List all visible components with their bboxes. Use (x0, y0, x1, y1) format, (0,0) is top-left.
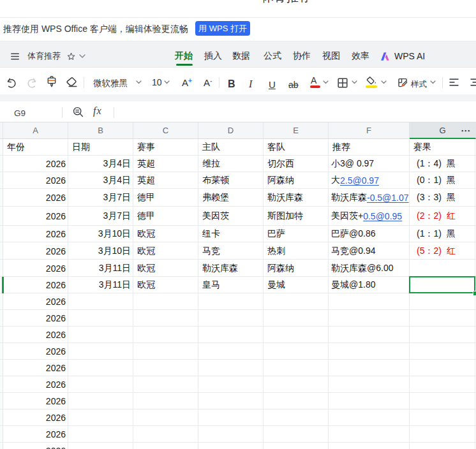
cell-B1[interactable]: 日期 (68, 139, 133, 156)
cell-A17[interactable]: 2026 (3, 409, 68, 426)
underline-button[interactable]: U (269, 79, 276, 90)
cell-E9[interactable]: 曼城 (264, 277, 329, 293)
cell-D3[interactable]: 布莱顿 (198, 172, 264, 189)
cell-C4[interactable]: 德甲 (133, 189, 198, 207)
cell-E5[interactable]: 斯图加特 (264, 207, 329, 226)
selection-fill-handle[interactable] (473, 291, 476, 296)
cell-A11[interactable]: 2026 (3, 310, 68, 327)
cell-G1[interactable]: 赛果 (410, 139, 475, 156)
cell-E3[interactable]: 阿森纳 (264, 172, 329, 189)
cell-A15[interactable]: 2026 (3, 376, 68, 393)
cell-B3[interactable]: 3月4日 (68, 172, 133, 189)
column-header-D[interactable]: D (198, 122, 264, 138)
cell-styles-icon[interactable] (398, 78, 408, 88)
format-painter-icon[interactable] (47, 76, 57, 87)
cell-G2[interactable]: (1：4) 黑 (410, 156, 475, 172)
bold-button[interactable]: B (228, 78, 235, 90)
cell-E4[interactable]: 勒沃库森 (264, 189, 329, 207)
italic-button[interactable]: I (249, 78, 252, 90)
menu-hamburger-icon[interactable] (11, 43, 19, 69)
font-name-select[interactable]: 微软雅黑 (93, 78, 128, 88)
column-header-F[interactable]: F (329, 122, 410, 138)
fill-color-chevron-icon[interactable] (381, 80, 387, 84)
insert-function-fx-icon[interactable]: fx (93, 105, 102, 117)
cell-A16[interactable]: 2026 (3, 393, 68, 409)
cell-styles-chevron-icon[interactable] (430, 80, 436, 84)
cell-A6[interactable]: 2026 (3, 226, 68, 242)
cell-A10[interactable]: 2026 (3, 293, 68, 310)
cell-B4[interactable]: 3月7日 (68, 189, 133, 207)
cell-F8[interactable]: 勒沃库森@6.00 (329, 260, 410, 277)
cell-D7[interactable]: 马竞 (198, 242, 264, 260)
cell-E2[interactable]: 切尔西 (264, 156, 329, 172)
cell-name-box[interactable]: G9 (14, 108, 26, 118)
cell-A18[interactable]: 2026 (3, 426, 68, 443)
cell-F9[interactable]: 曼城@1.80 (329, 277, 410, 293)
font-color-button[interactable]: A (311, 76, 316, 85)
cell-E8[interactable]: 阿森纳 (264, 260, 329, 277)
cell-A12[interactable]: 2026 (3, 327, 68, 343)
cell-A2[interactable]: 2026 (3, 156, 68, 172)
cell-A14[interactable]: 2026 (3, 360, 68, 376)
cell-B6[interactable]: 3月10日 (68, 226, 133, 242)
ribbon-tab-2[interactable]: 插入 (204, 43, 222, 69)
increase-font-size-button[interactable]: A+ (182, 77, 192, 88)
cell-F4[interactable]: 勒沃库森-0.5@1.07 (329, 189, 410, 207)
column-header-A[interactable]: A (3, 122, 68, 138)
cell-A4[interactable]: 2026 (3, 189, 68, 207)
cell-D6[interactable]: 纽卡 (198, 226, 264, 242)
font-size-select[interactable]: 10 (152, 78, 162, 87)
cell-D5[interactable]: 美因茨 (198, 207, 264, 226)
column-header-E[interactable]: E (264, 122, 329, 138)
cell-A1[interactable]: 年份 (3, 139, 68, 156)
cell-F7[interactable]: 马竞@0.94 (329, 242, 410, 260)
open-in-wps-button[interactable]: 用 WPS 打开 (195, 21, 250, 36)
cell-G3[interactable]: (0：1) 黑 (410, 172, 475, 189)
cell-A9[interactable]: 2026 (3, 277, 68, 293)
cell-B2[interactable]: 3月4日 (68, 156, 133, 172)
cell-C9[interactable]: 欧冠 (133, 277, 198, 293)
cell-E7[interactable]: 热刺 (264, 242, 329, 260)
cell-F5[interactable]: 美因茨+0.5@0.95 (329, 207, 410, 226)
cell-D8[interactable]: 勒沃库森 (198, 260, 264, 277)
cell-C5[interactable]: 德甲 (133, 207, 198, 226)
font-name-chevron-icon[interactable] (136, 80, 142, 84)
borders-chevron-icon[interactable] (352, 80, 357, 84)
tab-wps-ai[interactable]: WPS AI (380, 43, 425, 69)
hyperlink[interactable]: 0.5@0.95 (363, 211, 402, 221)
cell-A8[interactable]: 2026 (3, 260, 68, 277)
cell-C7[interactable]: 欧冠 (133, 242, 198, 260)
cell-A3[interactable]: 2026 (3, 172, 68, 189)
cell-C6[interactable]: 欧冠 (133, 226, 198, 242)
eraser-icon[interactable] (66, 77, 77, 87)
cell-F1[interactable]: 推荐 (329, 139, 410, 156)
cell-E1[interactable]: 客队 (264, 139, 329, 156)
cell-styles-label[interactable]: 样式 (411, 80, 427, 89)
fill-color-icon[interactable] (366, 76, 377, 85)
cell-D4[interactable]: 弗赖堡 (198, 189, 264, 207)
cell-G4[interactable]: (3：3) 黑 (410, 189, 475, 207)
cell-B5[interactable]: 3月7日 (68, 207, 133, 226)
borders-icon[interactable] (338, 78, 348, 88)
hyperlink[interactable]: 2.5@0.97 (340, 175, 379, 186)
cell-F3[interactable]: 大2.5@0.97 (329, 172, 410, 189)
document-title[interactable]: 体育推荐 (27, 43, 61, 69)
cell-A19[interactable]: 2026 (3, 443, 68, 449)
decrease-font-size-button[interactable]: A- (204, 77, 212, 88)
strikethrough-button[interactable]: ab (288, 80, 299, 90)
ribbon-tab-7[interactable]: 效率 (352, 43, 369, 69)
cell-B9[interactable]: 3月11日 (68, 277, 133, 293)
cell-E6[interactable]: 巴萨 (264, 226, 329, 242)
cell-D1[interactable]: 主队 (198, 139, 264, 156)
ribbon-tab-6[interactable]: 视图 (322, 43, 340, 69)
undo-icon[interactable] (6, 77, 17, 89)
cell-C1[interactable]: 赛事 (133, 139, 198, 156)
column-header-B[interactable]: B (68, 122, 133, 138)
cell-A13[interactable]: 2026 (3, 343, 68, 360)
align-left-icon[interactable] (449, 78, 459, 86)
cell-G6[interactable]: (1：1) 黑 (410, 226, 475, 242)
cell-F2[interactable]: 小3@ 0.97 (329, 156, 410, 172)
ribbon-tab-3[interactable]: 数据 (232, 43, 250, 69)
search-function-icon[interactable] (73, 107, 84, 117)
ribbon-tab-4[interactable]: 公式 (264, 43, 281, 69)
